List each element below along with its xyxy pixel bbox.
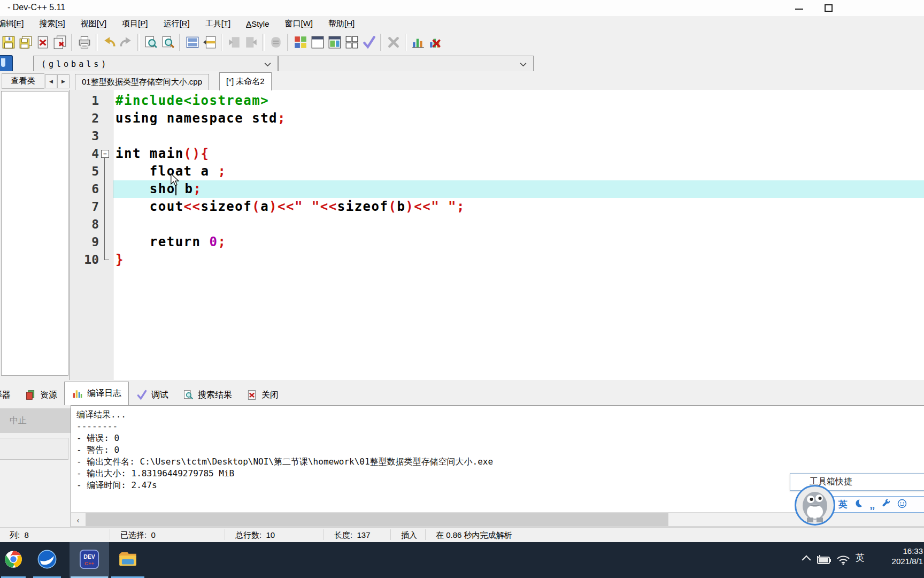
tab-debug[interactable]: 调试 [129, 385, 175, 405]
save-all-icon[interactable] [17, 34, 34, 51]
toolbar-separator [96, 34, 98, 51]
battery-icon[interactable] [816, 554, 832, 567]
code-line-9[interactable]: return 0; [113, 233, 924, 251]
resources-icon [25, 389, 36, 401]
empty-button[interactable] [0, 438, 68, 460]
tray-ime-indicator[interactable]: 英 [856, 552, 865, 564]
minimize-icon[interactable] [795, 9, 803, 10]
code-line-8[interactable] [113, 216, 924, 233]
tile-windows-icon[interactable] [343, 34, 360, 51]
redo-icon[interactable] [118, 34, 135, 51]
code-line-6[interactable]: sho b; [113, 180, 924, 198]
menu-item-A[interactable]: AStyle [241, 18, 274, 30]
code-editor[interactable]: 12345678910 #include<iostream>using name… [70, 90, 924, 380]
project-layout-icon[interactable] [326, 34, 343, 51]
tab-compile-log[interactable]: 编译日志 [64, 382, 129, 405]
class-browser-panel[interactable] [1, 91, 68, 376]
menu-item-V[interactable]: 视图[V] [75, 17, 112, 31]
close-all-icon[interactable] [51, 34, 68, 51]
taskbar-devcpp-active[interactable]: DEVC++ [70, 542, 109, 578]
code-line-10[interactable]: } [113, 251, 924, 269]
close-file-icon[interactable] [34, 34, 51, 51]
tab-resources[interactable]: 资源 [18, 385, 64, 405]
tab-close[interactable]: 关闭 [239, 385, 286, 405]
menu-item-P[interactable]: 项目[P] [117, 17, 153, 31]
compile-log-line: - 警告: 0 [76, 444, 924, 456]
wrench-settings-icon[interactable] [882, 499, 891, 510]
taskbar-file-explorer[interactable] [110, 542, 145, 578]
qq-ime-toolbar: 英 „ [830, 496, 924, 513]
bookmark-icon[interactable] [0, 55, 13, 73]
toolbar-separator [405, 34, 407, 51]
tab-scroll-right-icon[interactable]: ▶ [57, 74, 70, 88]
title-bar: - Dev-C++ 5.11 [0, 0, 924, 16]
find-in-files-icon[interactable] [159, 34, 176, 51]
tab-search-results-label: 搜索结果 [198, 390, 232, 401]
tab-search-results[interactable]: 搜索结果 [175, 385, 239, 405]
qq-penguin-avatar[interactable] [795, 485, 835, 526]
taskbar-browser-blue[interactable] [32, 542, 62, 578]
abort-compile-icon[interactable] [385, 34, 402, 51]
syntax-check-icon[interactable] [360, 34, 378, 51]
code-line-5[interactable]: float a ; [113, 163, 924, 180]
menu-item-W[interactable]: 窗口[W] [280, 17, 319, 31]
taskbar-chrome[interactable] [0, 542, 27, 578]
class-browser-header[interactable]: 查看类 [2, 73, 44, 89]
code-line-7[interactable]: cout<<sizeof(a)<<" "<<sizeof(b)<<" "; [113, 198, 924, 216]
editor-tab-untitled[interactable]: [*] 未命名2 [219, 72, 272, 90]
tab-compiler[interactable]: 编译器 [0, 385, 18, 405]
status-separator [390, 529, 391, 540]
compile-log-line: -------- [76, 421, 924, 432]
code-line-1[interactable]: #include<iostream> [113, 92, 924, 110]
code-line-3[interactable] [113, 127, 924, 145]
menu-item-R[interactable]: 运行[R] [158, 17, 195, 31]
profile-analysis-icon[interactable] [410, 34, 427, 51]
undo-icon[interactable] [101, 34, 118, 51]
new-project-icon[interactable] [292, 34, 309, 51]
compile-log-icon [72, 388, 83, 400]
status-separator [324, 529, 324, 540]
delete-profiling-icon[interactable] [427, 34, 444, 51]
find-icon[interactable] [142, 34, 159, 51]
code-line-4[interactable]: int main(){ [113, 145, 924, 163]
menu-item-T[interactable]: 工具[T] [200, 17, 236, 31]
menu-item-E[interactable]: 编辑[E] [0, 17, 29, 31]
scrollbar-thumb[interactable] [86, 513, 668, 526]
member-select[interactable] [278, 56, 534, 72]
toolbar-separator [137, 34, 140, 51]
menu-item-S[interactable]: 搜索[S] [34, 17, 70, 31]
fold-collapse-icon[interactable] [99, 145, 112, 163]
maximize-icon[interactable] [825, 4, 833, 12]
emoji-icon[interactable] [897, 499, 907, 511]
fold-gutter [99, 216, 112, 233]
horizontal-scrollbar[interactable]: ‹ [71, 512, 924, 527]
globals-select[interactable]: (globals) [33, 56, 278, 72]
punctuation-icon[interactable]: „ [869, 502, 875, 507]
code-line-2[interactable]: using namespace std; [113, 110, 924, 127]
ime-english-icon[interactable]: 英 [838, 498, 848, 511]
mouse-cursor [169, 173, 181, 186]
scroll-left-icon[interactable]: ‹ [71, 513, 85, 527]
line-number: 8 [70, 216, 99, 233]
menu-item-H[interactable]: 帮助[H] [323, 17, 360, 31]
view-panel-icon[interactable] [201, 34, 218, 51]
svg-text:C++: C++ [84, 560, 94, 566]
symbol-bar: (globals) [0, 54, 924, 71]
editor-code-area[interactable]: #include<iostream>using namespace std;in… [113, 90, 924, 380]
line-number: 7 [70, 198, 99, 216]
night-mode-icon[interactable] [854, 499, 863, 510]
compile-log-line: 编译结果... [76, 409, 924, 421]
save-icon[interactable] [0, 34, 17, 51]
print-icon[interactable] [76, 34, 93, 51]
stop-disabled-icon[interactable] [267, 34, 284, 51]
next-icon[interactable] [243, 34, 260, 51]
abort-button[interactable]: 中止 [0, 408, 79, 433]
wifi-icon[interactable] [836, 554, 850, 567]
status-insert-mode: 插入 [401, 530, 417, 541]
goto-function-icon[interactable] [184, 34, 201, 51]
tab-scroll-left-icon[interactable]: ◀ [45, 74, 57, 88]
tray-clock[interactable]: 16:33 2021/8/1 [875, 546, 923, 566]
editor-tab-cpp-file[interactable]: 01整型数据类型存储空间大小.cpp [75, 74, 209, 90]
previous-icon[interactable] [226, 34, 243, 51]
new-window-icon[interactable] [309, 34, 326, 51]
